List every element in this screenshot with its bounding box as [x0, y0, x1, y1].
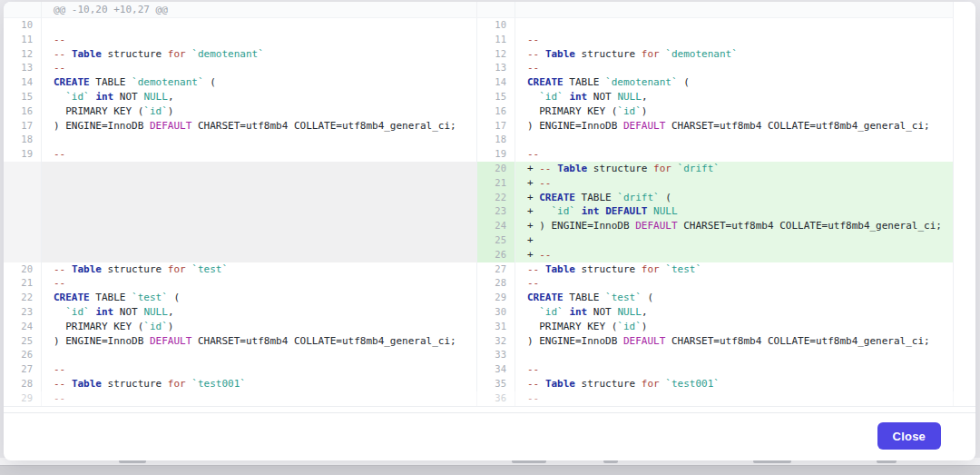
row-margin	[954, 119, 975, 134]
line-number-right: 11	[477, 33, 515, 47]
code-token: Table	[545, 378, 575, 390]
row-margin	[954, 248, 975, 262]
diff-rows: 101011--11--12-- Table structure for `de…	[4, 18, 975, 406]
code-token: structure	[102, 378, 168, 390]
code-token: int	[95, 306, 113, 318]
diff-row: 17) ENGINE=InnoDB DEFAULT CHARSET=utf8mb…	[4, 119, 975, 134]
row-margin	[954, 191, 975, 205]
code-token: for	[642, 378, 660, 390]
diff-row: 15 `id` int NOT NULL,15 `id` int NOT NUL…	[4, 90, 975, 104]
code-token: )	[642, 105, 648, 117]
line-number-right: 36	[477, 391, 515, 406]
code-line-right	[515, 18, 954, 33]
line-number-left: 18	[4, 133, 42, 147]
code-token: int	[582, 205, 600, 217]
code-line-right: --	[515, 33, 954, 47]
diff-row: 12-- Table structure for `demotenant`12-…	[4, 47, 975, 62]
diff-row: 29--36--	[4, 391, 975, 406]
diff-row: 25) ENGINE=InnoDB DEFAULT CHARSET=utf8mb…	[4, 334, 975, 349]
code-token: (	[642, 292, 653, 303]
line-number-right: 33	[477, 348, 515, 362]
code-token: NOT	[587, 91, 617, 103]
hunk-header-gutter-left	[4, 2, 42, 18]
code-token: TABLE	[575, 192, 617, 203]
line-number-left: 21	[4, 276, 42, 291]
line-number-right: 21	[477, 176, 515, 191]
code-token: Table	[557, 163, 587, 174]
added-line-marker: +	[527, 220, 539, 232]
line-number-right: 14	[477, 75, 515, 90]
code-line-right: CREATE TABLE `demotenant` (	[515, 75, 954, 90]
code-line-left	[42, 133, 477, 147]
code-token: NOT	[587, 306, 617, 318]
row-margin	[954, 377, 975, 391]
line-number-right: 34	[477, 362, 515, 377]
code-line-right	[515, 133, 954, 147]
code-line-left: ) ENGINE=InnoDB DEFAULT CHARSET=utf8mb4 …	[42, 119, 477, 134]
row-margin	[954, 61, 975, 75]
code-token: (	[660, 192, 671, 203]
code-token: `id`	[143, 321, 168, 332]
code-token: NOT	[113, 91, 143, 103]
row-margin	[954, 75, 975, 90]
code-token: CREATE	[527, 76, 564, 88]
code-token: `id`	[539, 306, 564, 318]
diff-row: 1818	[4, 133, 975, 147]
code-token: `test`	[191, 263, 228, 275]
line-number-right: 19	[477, 147, 515, 162]
line-number-left	[4, 204, 42, 219]
code-token: --	[54, 263, 72, 275]
diff-row: 23 `id` int NOT NULL,30 `id` int NOT NUL…	[4, 305, 975, 320]
line-number-left: 28	[4, 377, 42, 391]
code-token: CREATE	[54, 76, 90, 88]
diff-viewer[interactable]: @@ -10,20 +10,27 @@ 101011--11--12-- Tab…	[4, 2, 975, 407]
code-token: `test001`	[191, 378, 246, 390]
added-line-marker: +	[527, 192, 539, 203]
code-token: `id`	[539, 91, 564, 103]
code-token: Table	[545, 263, 575, 275]
line-number-left: 13	[4, 61, 42, 75]
row-margin	[954, 47, 975, 62]
code-line-left: CREATE TABLE `demotenant` (	[42, 75, 477, 90]
code-line-left: --	[42, 33, 477, 47]
line-number-left: 16	[4, 104, 42, 119]
line-number-right: 25	[477, 233, 515, 248]
line-number-right: 12	[477, 47, 515, 62]
code-token: CREATE	[54, 292, 90, 303]
code-line-right: + --	[515, 248, 954, 262]
code-token: --	[527, 263, 545, 275]
diff-row: 20-- Table structure for `test`27-- Tabl…	[4, 262, 975, 277]
code-token: )	[168, 105, 174, 117]
code-line-right: + -- Table structure for `drift`	[515, 162, 954, 176]
code-token: --	[539, 163, 557, 174]
code-token: TABLE	[90, 292, 132, 303]
line-number-right: 13	[477, 61, 515, 75]
code-token: Table	[72, 48, 102, 60]
code-token: structure	[587, 163, 653, 174]
line-number-right: 26	[477, 248, 515, 262]
line-number-left: 19	[4, 147, 42, 162]
code-token: DEFAULT	[635, 220, 677, 232]
code-line-right: --	[515, 391, 954, 406]
code-token: for	[168, 378, 186, 390]
code-line-right: + ) ENGINE=InnoDB DEFAULT CHARSET=utf8mb…	[515, 219, 954, 233]
code-token: DEFAULT	[623, 335, 665, 347]
modal-footer: Close	[4, 412, 975, 450]
code-token: )	[642, 321, 648, 332]
code-token: --	[539, 249, 551, 261]
code-token: `demotenant`	[605, 76, 677, 88]
line-number-left: 17	[4, 119, 42, 134]
code-line-right: + CREATE TABLE `drift` (	[515, 191, 954, 205]
code-line-left: --	[42, 362, 477, 377]
line-number-left: 26	[4, 348, 42, 362]
code-token: CHARSET=utf8mb4 COLLATE=utf8mb4_general_…	[191, 335, 456, 347]
close-button[interactable]: Close	[877, 422, 941, 450]
code-token: --	[527, 277, 539, 289]
row-margin	[954, 305, 975, 320]
diff-row: 16 PRIMARY KEY (`id`)16 PRIMARY KEY (`id…	[4, 104, 975, 119]
code-token: `drift`	[617, 192, 659, 203]
code-token: --	[54, 363, 65, 375]
code-token	[575, 205, 582, 217]
diff-row: 27--34--	[4, 362, 975, 377]
added-line-marker: +	[527, 163, 539, 174]
